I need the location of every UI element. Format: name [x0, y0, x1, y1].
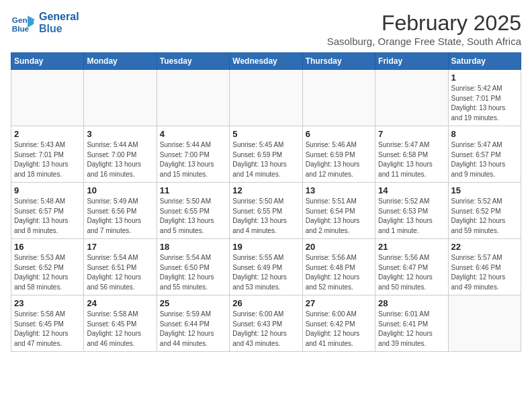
day-number: 21 [378, 242, 445, 252]
day-number: 3 [87, 129, 153, 139]
day-number: 22 [451, 242, 518, 252]
day-info: Sunrise: 6:00 AM Sunset: 6:42 PM Dayligh… [306, 310, 372, 349]
calendar-cell: 28Sunrise: 6:01 AM Sunset: 6:41 PM Dayli… [375, 295, 448, 352]
calendar-cell: 10Sunrise: 5:49 AM Sunset: 6:56 PM Dayli… [84, 183, 157, 239]
day-info: Sunrise: 5:44 AM Sunset: 7:00 PM Dayligh… [160, 140, 226, 179]
day-info: Sunrise: 5:58 AM Sunset: 6:45 PM Dayligh… [87, 310, 153, 349]
header-tuesday: Tuesday [157, 53, 229, 70]
calendar-cell: 23Sunrise: 5:58 AM Sunset: 6:45 PM Dayli… [11, 295, 84, 352]
calendar-cell [11, 70, 84, 126]
calendar-cell: 8Sunrise: 5:47 AM Sunset: 6:57 PM Daylig… [448, 126, 521, 183]
day-info: Sunrise: 5:47 AM Sunset: 6:57 PM Dayligh… [451, 140, 518, 179]
day-number: 20 [306, 242, 372, 252]
month-title: February 2025 [327, 11, 521, 36]
day-number: 10 [87, 185, 153, 195]
calendar-cell [302, 70, 375, 126]
calendar-cell: 3Sunrise: 5:44 AM Sunset: 7:00 PM Daylig… [84, 126, 157, 183]
day-number: 19 [232, 242, 299, 252]
day-number: 9 [14, 185, 81, 195]
calendar-cell: 26Sunrise: 6:00 AM Sunset: 6:43 PM Dayli… [230, 295, 302, 352]
day-info: Sunrise: 5:57 AM Sunset: 6:46 PM Dayligh… [451, 253, 518, 292]
calendar-cell: 20Sunrise: 5:56 AM Sunset: 6:48 PM Dayli… [302, 239, 375, 295]
header-wednesday: Wednesday [230, 53, 302, 70]
calendar-cell: 19Sunrise: 5:55 AM Sunset: 6:49 PM Dayli… [230, 239, 302, 295]
day-info: Sunrise: 5:43 AM Sunset: 7:01 PM Dayligh… [14, 140, 81, 179]
calendar-cell: 15Sunrise: 5:52 AM Sunset: 6:52 PM Dayli… [448, 183, 521, 239]
calendar-cell [375, 70, 448, 126]
day-info: Sunrise: 5:59 AM Sunset: 6:44 PM Dayligh… [160, 310, 226, 349]
calendar-cell: 22Sunrise: 5:57 AM Sunset: 6:46 PM Dayli… [448, 239, 521, 295]
day-number: 5 [232, 129, 299, 139]
day-number: 8 [451, 129, 518, 139]
day-number: 23 [14, 298, 81, 308]
header-saturday: Saturday [448, 53, 521, 70]
day-number: 24 [87, 298, 153, 308]
day-number: 12 [232, 185, 299, 195]
header-thursday: Thursday [302, 53, 375, 70]
day-info: Sunrise: 5:52 AM Sunset: 6:53 PM Dayligh… [378, 197, 445, 236]
day-info: Sunrise: 5:56 AM Sunset: 6:48 PM Dayligh… [306, 253, 372, 292]
day-number: 15 [451, 185, 518, 195]
logo-icon: General Blue [11, 11, 35, 35]
day-info: Sunrise: 5:44 AM Sunset: 7:00 PM Dayligh… [87, 140, 153, 179]
day-number: 18 [160, 242, 226, 252]
day-number: 2 [14, 129, 81, 139]
day-info: Sunrise: 5:53 AM Sunset: 6:52 PM Dayligh… [14, 253, 81, 292]
calendar-row-5: 23Sunrise: 5:58 AM Sunset: 6:45 PM Dayli… [11, 295, 521, 352]
day-info: Sunrise: 5:52 AM Sunset: 6:52 PM Dayligh… [451, 197, 518, 236]
day-number: 13 [306, 185, 372, 195]
day-number: 1 [451, 73, 518, 83]
calendar-cell: 18Sunrise: 5:54 AM Sunset: 6:50 PM Dayli… [157, 239, 229, 295]
day-info: Sunrise: 5:58 AM Sunset: 6:45 PM Dayligh… [14, 310, 81, 349]
day-number: 6 [306, 129, 372, 139]
logo-general: General [39, 11, 79, 23]
svg-text:Blue: Blue [12, 24, 30, 33]
calendar-cell: 1Sunrise: 5:42 AM Sunset: 7:01 PM Daylig… [448, 70, 521, 126]
day-info: Sunrise: 5:45 AM Sunset: 6:59 PM Dayligh… [232, 140, 299, 179]
calendar-table: SundayMondayTuesdayWednesdayThursdayFrid… [11, 52, 521, 352]
calendar-cell: 6Sunrise: 5:46 AM Sunset: 6:59 PM Daylig… [302, 126, 375, 183]
day-number: 4 [160, 129, 226, 139]
calendar-cell [84, 70, 157, 126]
calendar-header-row: SundayMondayTuesdayWednesdayThursdayFrid… [11, 53, 521, 70]
calendar-cell [230, 70, 302, 126]
calendar-cell: 27Sunrise: 6:00 AM Sunset: 6:42 PM Dayli… [302, 295, 375, 352]
day-info: Sunrise: 5:48 AM Sunset: 6:57 PM Dayligh… [14, 197, 81, 236]
calendar-row-4: 16Sunrise: 5:53 AM Sunset: 6:52 PM Dayli… [11, 239, 521, 295]
calendar-cell: 7Sunrise: 5:47 AM Sunset: 6:58 PM Daylig… [375, 126, 448, 183]
day-info: Sunrise: 5:47 AM Sunset: 6:58 PM Dayligh… [378, 140, 445, 179]
calendar-cell: 13Sunrise: 5:51 AM Sunset: 6:54 PM Dayli… [302, 183, 375, 239]
calendar-cell: 9Sunrise: 5:48 AM Sunset: 6:57 PM Daylig… [11, 183, 84, 239]
day-number: 25 [160, 298, 226, 308]
day-info: Sunrise: 5:54 AM Sunset: 6:50 PM Dayligh… [160, 253, 226, 292]
day-number: 16 [14, 242, 81, 252]
calendar-cell: 4Sunrise: 5:44 AM Sunset: 7:00 PM Daylig… [157, 126, 229, 183]
header-sunday: Sunday [11, 53, 84, 70]
calendar-cell: 5Sunrise: 5:45 AM Sunset: 6:59 PM Daylig… [230, 126, 302, 183]
calendar-row-2: 2Sunrise: 5:43 AM Sunset: 7:01 PM Daylig… [11, 126, 521, 183]
day-info: Sunrise: 5:50 AM Sunset: 6:55 PM Dayligh… [160, 197, 226, 236]
location-title: Sasolburg, Orange Free State, South Afri… [327, 36, 521, 47]
day-number: 26 [232, 298, 299, 308]
calendar-cell: 21Sunrise: 5:56 AM Sunset: 6:47 PM Dayli… [375, 239, 448, 295]
calendar-cell: 25Sunrise: 5:59 AM Sunset: 6:44 PM Dayli… [157, 295, 229, 352]
logo-blue: Blue [39, 23, 79, 35]
day-number: 28 [378, 298, 445, 308]
day-info: Sunrise: 5:49 AM Sunset: 6:56 PM Dayligh… [87, 197, 153, 236]
day-info: Sunrise: 5:50 AM Sunset: 6:55 PM Dayligh… [232, 197, 299, 236]
header-friday: Friday [375, 53, 448, 70]
day-info: Sunrise: 5:51 AM Sunset: 6:54 PM Dayligh… [306, 197, 372, 236]
title-block: February 2025 Sasolburg, Orange Free Sta… [327, 11, 521, 47]
calendar-cell: 14Sunrise: 5:52 AM Sunset: 6:53 PM Dayli… [375, 183, 448, 239]
day-number: 17 [87, 242, 153, 252]
calendar-cell: 12Sunrise: 5:50 AM Sunset: 6:55 PM Dayli… [230, 183, 302, 239]
header-monday: Monday [84, 53, 157, 70]
calendar-cell: 2Sunrise: 5:43 AM Sunset: 7:01 PM Daylig… [11, 126, 84, 183]
day-number: 11 [160, 185, 226, 195]
day-number: 7 [378, 129, 445, 139]
day-info: Sunrise: 5:56 AM Sunset: 6:47 PM Dayligh… [378, 253, 445, 292]
day-info: Sunrise: 5:42 AM Sunset: 7:01 PM Dayligh… [451, 84, 518, 123]
page-header: General Blue General Blue February 2025 … [11, 11, 521, 47]
calendar-cell: 17Sunrise: 5:54 AM Sunset: 6:51 PM Dayli… [84, 239, 157, 295]
day-info: Sunrise: 5:55 AM Sunset: 6:49 PM Dayligh… [232, 253, 299, 292]
